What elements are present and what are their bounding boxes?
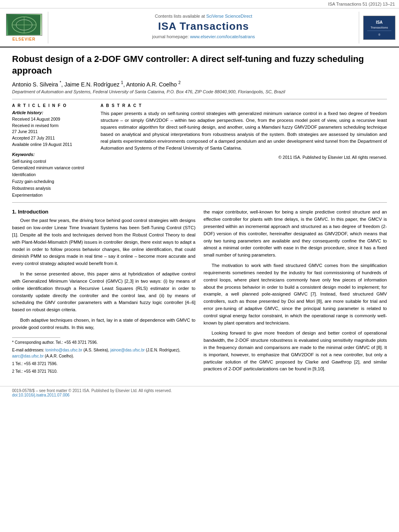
keyword-4: Fuzzy gain-scheduling: [12, 178, 93, 185]
bottom-bar: 0019-0578/$ – see front matter © 2011 IS…: [0, 386, 399, 399]
svg-rect-8: [367, 31, 391, 31]
isa-logo-image: ISA Transactions ®: [363, 16, 395, 40]
footnote-4: 2 Tel.: +55 48 3721 7610.: [12, 368, 195, 374]
abstract-label: A B S T R A C T: [101, 103, 387, 108]
abstract-col: A B S T R A C T This paper presents a st…: [101, 103, 387, 199]
keyword-1: Self-tuning control: [12, 158, 93, 165]
body-right-col: the major contributor, well-known for be…: [204, 209, 387, 376]
article-info-abstract: A R T I C L E I N F O Article history: R…: [12, 103, 387, 199]
elsevier-logo-image: [6, 14, 42, 36]
intro-title: 1. Introduction: [12, 209, 195, 215]
journal-homepage: journal homepage: www.elsevier.com/locat…: [52, 34, 355, 39]
received-date: Received 14 August 2009: [12, 116, 93, 123]
email-3[interactable]: aarc@das.ufsc.br: [12, 354, 44, 358]
keywords-label: Keywords:: [12, 152, 93, 157]
article-info-label: A R T I C L E I N F O: [12, 103, 93, 108]
email-2[interactable]: jainoe@das.ufsc.br: [110, 348, 145, 352]
bottom-text-1: 0019-0578/$ – see front matter © 2011 IS…: [12, 388, 387, 393]
footnote-2: E-mail addresses: toninho@das.ufsc.br (A…: [12, 347, 195, 359]
revised-date: 27 June 2011: [12, 129, 93, 135]
doi-link[interactable]: doi:10.1016/j.isatra.2011.07.006: [12, 393, 70, 397]
available-date: Available online 19 August 2011: [12, 142, 93, 148]
journal-center: Contents lists available at SciVerse Sci…: [48, 12, 359, 43]
received-revised-label: Received in revised form: [12, 123, 93, 129]
body-columns: 1. Introduction Over the past few years,…: [12, 209, 387, 376]
svg-text:ISA: ISA: [376, 20, 383, 25]
history-label: Article history:: [12, 110, 93, 115]
footnote-1: * Corresponding author. Tel.: +55 48 372…: [12, 339, 195, 345]
sciverse-link[interactable]: SciVerse ScienceDirect: [206, 14, 252, 18]
keyword-3: Identification: [12, 171, 93, 178]
homepage-link[interactable]: www.elsevier.com/locate/isatrans: [190, 34, 255, 39]
article-info-col: A R T I C L E I N F O Article history: R…: [12, 103, 93, 199]
keyword-6: Experimentation: [12, 192, 93, 199]
keyword-5: Robustness analysis: [12, 185, 93, 192]
paper-title: Robust design of a 2-DOF GMV controller:…: [12, 53, 387, 76]
email-1[interactable]: toninho@das.ufsc.br: [45, 348, 82, 352]
affiliation-text: Department of Automation and Systems, Fe…: [12, 89, 387, 94]
keyword-2: Generalized minimum variance control: [12, 164, 93, 171]
body-para-2: In the sense presented above, this paper…: [12, 271, 195, 314]
authors-text: Antonio S. Silveira *, Jaime E.N. Rodríg…: [12, 81, 181, 88]
main-content: Robust design of a 2-DOF GMV controller:…: [0, 47, 399, 382]
body-para-right-3: Looking forward to give more freedom of …: [204, 330, 387, 373]
body-para-3: Both adaptive techniques chosen, in fact…: [12, 317, 195, 331]
divider-2: [12, 202, 387, 203]
footnote-3: 1 Tel.: +55 48 3721 7596.: [12, 361, 195, 367]
body-para-right-2: The motivation to work with fixed struct…: [204, 262, 387, 327]
authors-line: Antonio S. Silveira *, Jaime E.N. Rodríg…: [12, 80, 387, 88]
abstract-text: This paper presents a study on self-tuni…: [101, 110, 387, 152]
copyright-text: © 2011 ISA. Published by Elsevier Ltd. A…: [101, 155, 387, 160]
footnote-divider: [12, 337, 60, 338]
svg-text:®: ®: [378, 33, 380, 36]
journal-header: ELSEVIER Contents lists available at Sci…: [0, 8, 399, 47]
elsevier-label: ELSEVIER: [12, 37, 35, 41]
body-left-col: 1. Introduction Over the past few years,…: [12, 209, 195, 376]
elsevier-logo-area: ELSEVIER: [0, 12, 48, 43]
accepted-date: Accepted 27 July 2011: [12, 135, 93, 142]
keywords-section: Keywords: Self-tuning control Generalize…: [12, 152, 93, 199]
divider-1: [12, 99, 387, 99]
svg-text:Transactions: Transactions: [370, 26, 388, 29]
journal-citation-bar: ISA Transactions 51 (2012) 13–21: [0, 0, 399, 8]
journal-title: ISA Transactions: [52, 20, 355, 33]
body-para-right-1: the major contributor, well-known for be…: [204, 209, 387, 259]
journal-citation-text: ISA Transactions 51 (2012) 13–21: [328, 2, 395, 6]
contents-line: Contents lists available at SciVerse Sci…: [52, 14, 355, 18]
body-para-1: Over the past few years, the driving for…: [12, 217, 195, 267]
isa-logo-area: ISA Transactions ®: [359, 12, 399, 43]
